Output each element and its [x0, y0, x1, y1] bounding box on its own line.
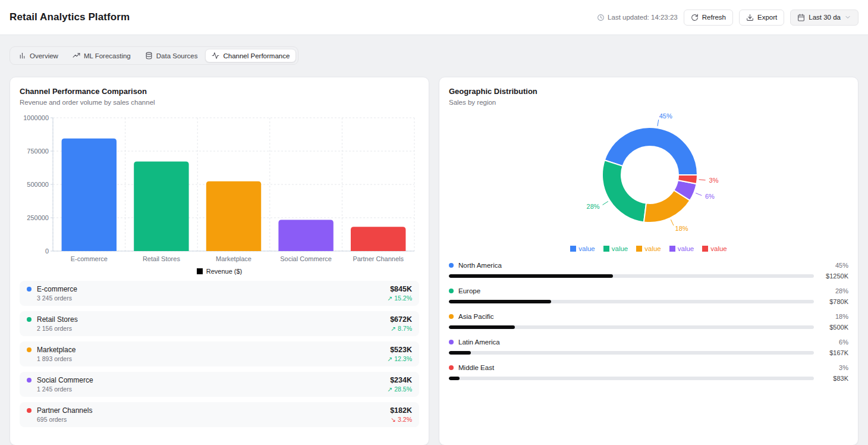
channel-trend: ↗ 8.7%: [390, 325, 412, 332]
channel-name: Partner Channels: [37, 406, 92, 415]
legend-swatch: [570, 246, 576, 252]
tab-bar: OverviewML ForecastingData SourcesChanne…: [10, 46, 298, 65]
trend-arrow-icon: ↗: [387, 294, 392, 302]
region-name: Asia Pacific: [458, 313, 493, 320]
pie-legend-label: value: [612, 245, 628, 252]
region-progress-track: [449, 274, 814, 278]
svg-text:E-commerce: E-commerce: [71, 255, 108, 262]
region-percent: 6%: [839, 339, 848, 346]
channel-info: Marketplace1 893 orders: [27, 346, 76, 362]
region-name: Latin America: [458, 339, 500, 346]
tab-ml-forecasting[interactable]: ML Forecasting: [66, 49, 137, 62]
last-updated-text: Last updated: 14:23:23: [608, 14, 678, 21]
channel-name: E-commerce: [37, 285, 77, 293]
tab-label: Channel Performance: [223, 52, 290, 59]
region-value: $500K: [820, 324, 848, 331]
region-row-europe: Europe28%$780K: [449, 284, 848, 309]
donut-chart-svg[interactable]: 45%28%18%6%3%: [449, 108, 851, 244]
channel-row-marketplace: Marketplace1 893 orders$523K↗ 12.3%: [20, 341, 419, 366]
tab-channel-performance[interactable]: Channel Performance: [205, 49, 296, 62]
channel-info: Retail Stores2 156 orders: [27, 315, 78, 332]
channel-orders: 695 orders: [37, 416, 92, 423]
channel-list: E-commerce3 245 orders$845K↗ 15.2%Retail…: [20, 281, 419, 427]
channel-orders: 1 245 orders: [37, 386, 93, 393]
clock-icon: [597, 14, 605, 21]
header-actions: Last updated: 14:23:23 Refresh Export La…: [597, 10, 858, 26]
geo-card-subtitle: Sales by region: [449, 99, 848, 106]
refresh-icon: [691, 14, 699, 21]
pie-legend-label: value: [710, 245, 727, 252]
svg-text:250000: 250000: [27, 214, 49, 221]
channel-metrics: $672K↗ 8.7%: [390, 315, 412, 332]
channel-trend: ↗ 15.2%: [387, 294, 412, 302]
channel-color-dot: [27, 317, 32, 322]
refresh-label: Refresh: [702, 14, 726, 21]
region-progress-track: [449, 351, 814, 355]
region-value: $83K: [820, 375, 848, 382]
trend-percent: 28.5%: [394, 386, 412, 393]
legend-swatch: [603, 246, 609, 252]
channel-trend: ↗ 28.5%: [387, 386, 412, 393]
channel-trend: ↘ 3.2%: [390, 416, 412, 423]
legend-swatch: [702, 246, 708, 252]
channel-value: $182K: [390, 406, 412, 415]
tab-label: ML Forecasting: [84, 52, 131, 59]
region-percent: 45%: [835, 262, 848, 269]
svg-text:3%: 3%: [709, 177, 719, 184]
refresh-button[interactable]: Refresh: [684, 10, 733, 26]
svg-text:Social Commerce: Social Commerce: [280, 255, 332, 262]
channel-color-dot: [27, 408, 32, 413]
channel-performance-card: Channel Performance Comparison Revenue a…: [10, 77, 429, 445]
export-button[interactable]: Export: [739, 10, 784, 26]
region-name: North America: [458, 262, 502, 269]
legend-swatch: [636, 246, 642, 252]
trend-arrow-icon: ↗: [387, 386, 392, 393]
channel-value: $845K: [387, 285, 412, 293]
trend-percent: 8.7%: [398, 325, 412, 332]
channel-value: $234K: [387, 376, 412, 384]
region-progress-fill: [449, 300, 551, 303]
pie-legend-label: value: [578, 245, 595, 252]
channel-metrics: $845K↗ 15.2%: [387, 285, 412, 302]
legend-label: Revenue ($): [206, 268, 243, 275]
chevron-down-icon: [844, 14, 851, 21]
pie-legend-label: value: [678, 245, 694, 252]
channel-color-dot: [27, 347, 32, 352]
channel-card-subtitle: Revenue and order volume by sales channe…: [20, 99, 419, 106]
channel-row-social-commerce: Social Commerce1 245 orders$234K↗ 28.5%: [20, 372, 419, 397]
region-progress-track: [449, 300, 814, 303]
svg-text:750000: 750000: [27, 148, 49, 155]
trend-percent: 15.2%: [394, 294, 412, 302]
channel-info: E-commerce3 245 orders: [27, 285, 77, 302]
channel-row-partner-channels: Partner Channels695 orders$182K↘ 3.2%: [20, 402, 419, 427]
tab-data-sources[interactable]: Data Sources: [139, 49, 205, 62]
export-label: Export: [757, 14, 777, 21]
pie-legend-item: value: [669, 245, 694, 252]
region-row-north-america: North America45%$1250K: [449, 258, 848, 284]
last-updated: Last updated: 14:23:23: [597, 14, 678, 21]
legend-swatch: [197, 268, 203, 274]
svg-text:28%: 28%: [587, 203, 600, 210]
region-percent: 28%: [835, 287, 848, 294]
channel-metrics: $234K↗ 28.5%: [387, 376, 412, 393]
channel-color-dot: [27, 287, 32, 292]
page-title: Retail Analytics Platform: [10, 11, 130, 23]
region-list: North America45%$1250KEurope28%$780KAsia…: [449, 258, 848, 386]
region-value: $167K: [820, 349, 848, 356]
region-progress-fill: [449, 325, 515, 329]
svg-text:Retail Stores: Retail Stores: [143, 255, 180, 262]
region-percent: 3%: [839, 364, 848, 371]
channel-color-dot: [27, 378, 32, 383]
channel-row-retail-stores: Retail Stores2 156 orders$672K↗ 8.7%: [20, 311, 419, 336]
svg-text:1000000: 1000000: [23, 114, 49, 121]
channel-metrics: $182K↘ 3.2%: [390, 406, 412, 423]
bar-chart-svg[interactable]: 02500005000007500001000000E-commerceReta…: [20, 113, 420, 267]
svg-text:18%: 18%: [675, 225, 688, 232]
bar-chart-legend: Revenue ($): [20, 268, 419, 275]
channel-metrics: $523K↗ 12.3%: [387, 346, 412, 362]
region-color-dot: [449, 340, 454, 344]
tab-overview[interactable]: Overview: [12, 49, 65, 62]
trend-percent: 3.2%: [398, 416, 412, 423]
date-range-select[interactable]: Last 30 da: [790, 10, 858, 26]
region-row-middle-east: Middle East3%$83K: [449, 361, 848, 386]
